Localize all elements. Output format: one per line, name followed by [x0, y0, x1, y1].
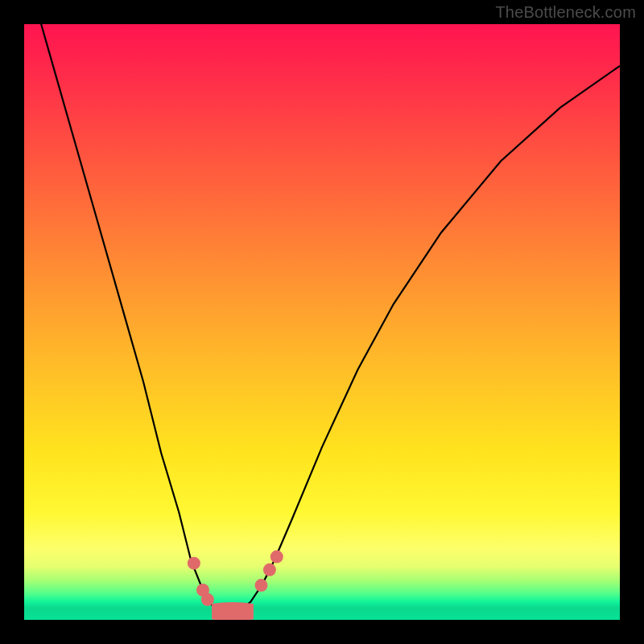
plot-area	[24, 24, 620, 620]
curve-markers	[188, 551, 283, 606]
bottleneck-curve	[24, 24, 620, 613]
minimum-lobe	[212, 602, 254, 620]
curve-marker	[188, 557, 200, 570]
chart-frame: TheBottleneck.com	[0, 0, 644, 644]
attribution-text: TheBottleneck.com	[495, 3, 636, 22]
curve-marker	[263, 564, 276, 576]
curve-marker	[255, 579, 268, 592]
bottleneck-curve-svg	[24, 24, 620, 620]
curve-marker	[270, 551, 283, 564]
curve-marker	[201, 593, 214, 606]
